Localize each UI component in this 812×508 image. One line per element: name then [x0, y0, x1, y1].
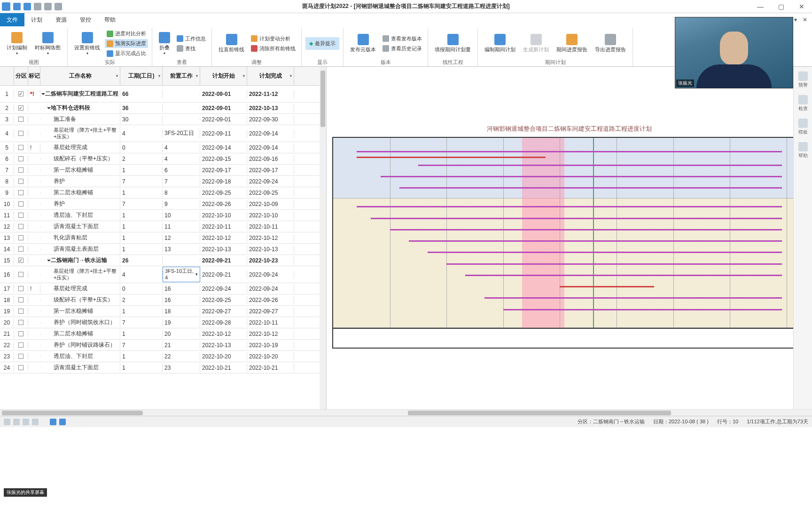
- cell-end[interactable]: 2022-10-11: [247, 318, 294, 327]
- cell-start[interactable]: 2022-09-01: [200, 104, 247, 112]
- cell-zone[interactable]: [14, 155, 28, 162]
- cell-duration[interactable]: 0: [120, 143, 163, 152]
- cell-name[interactable]: 第二层水稳摊铺: [40, 188, 120, 198]
- cell-end[interactable]: 2022-10-10: [247, 211, 294, 220]
- table-row[interactable]: 3施工准备302022-09-012022-09-30: [0, 114, 326, 125]
- table-row[interactable]: 1*!二炼钢车间建安工程道路工程662022-09-012022-11-12: [0, 86, 326, 103]
- maximize-button[interactable]: ▢: [771, 0, 791, 13]
- video-call-overlay[interactable]: 张振光: [675, 17, 793, 88]
- cell-duration[interactable]: 1: [120, 211, 163, 220]
- cell-start[interactable]: 2022-10-10: [200, 211, 247, 220]
- cell-zone[interactable]: [14, 104, 28, 111]
- cell-name[interactable]: 基层处理完成: [40, 284, 120, 294]
- cell-start[interactable]: 2022-09-14: [200, 143, 247, 152]
- cell-end[interactable]: 2022-10-21: [247, 364, 294, 372]
- cell-predecessor[interactable]: 20: [163, 330, 200, 338]
- cell-duration[interactable]: 1: [120, 234, 163, 242]
- sb-icon-4[interactable]: [32, 419, 39, 425]
- redo-icon[interactable]: [44, 3, 52, 10]
- cell-duration[interactable]: 66: [120, 90, 163, 98]
- cell-start[interactable]: 2022-09-15: [200, 155, 247, 163]
- work-info-button[interactable]: 工作信息: [175, 34, 208, 43]
- cell-zone[interactable]: [14, 189, 28, 196]
- cell-start[interactable]: 2022-09-21: [200, 256, 247, 265]
- table-row[interactable]: 21第二层水稳摊铺1202022-10-122022-10-12: [0, 328, 326, 340]
- cell-end[interactable]: 2022-10-11: [247, 222, 294, 231]
- cell-duration[interactable]: 1: [120, 364, 163, 372]
- cell-start[interactable]: 2022-10-13: [200, 341, 247, 349]
- cell-end[interactable]: 2022-09-17: [247, 166, 294, 175]
- table-row[interactable]: 14沥青混凝土表面层1132022-10-132022-10-13: [0, 244, 326, 255]
- cell-end[interactable]: 2022-10-09: [247, 200, 294, 208]
- cell-duration[interactable]: 0: [120, 285, 163, 293]
- minimize-button[interactable]: —: [750, 0, 771, 13]
- table-row[interactable]: 9第二层水稳摊铺182022-09-252022-09-25: [0, 187, 326, 198]
- cell-end[interactable]: 2022-10-20: [247, 352, 294, 361]
- cell-predecessor[interactable]: 7: [163, 177, 200, 186]
- cell-duration[interactable]: 7: [120, 200, 163, 208]
- cell-predecessor[interactable]: 23: [163, 364, 200, 372]
- table-row[interactable]: 12沥青混凝土下面层1112022-10-112022-10-11: [0, 221, 326, 232]
- search-button[interactable]: 查找: [175, 44, 208, 53]
- table-row[interactable]: 11透层油、下封层1102022-10-102022-10-10: [0, 210, 326, 221]
- cell-predecessor[interactable]: 18: [163, 307, 200, 316]
- collapse-button[interactable]: 折叠▾: [156, 30, 173, 57]
- view-history-button[interactable]: 查看历史记录: [381, 44, 424, 53]
- gantt-chart[interactable]: [332, 137, 806, 329]
- menu-resource[interactable]: 资源: [49, 13, 73, 26]
- table-row[interactable]: 6级配碎石（平整+压实）242022-09-152022-09-16: [0, 153, 326, 165]
- table-row[interactable]: 16基层处理（降方+排土+平整+压实）43FS-10工日, 4▾2022-09-…: [0, 266, 326, 283]
- cell-start[interactable]: 2022-09-25: [200, 189, 247, 197]
- cell-zone[interactable]: [14, 90, 28, 97]
- table-row[interactable]: 20养护（同时砌筑收水口）7192022-09-282022-10-11: [0, 317, 326, 328]
- cell-end[interactable]: 2022-09-24: [247, 270, 294, 279]
- cell-end[interactable]: 2022-11-12: [247, 90, 294, 98]
- network-diagram-button[interactable]: 时标网络图▾: [32, 30, 63, 57]
- cell-end[interactable]: 2022-10-13: [247, 245, 294, 254]
- cell-predecessor[interactable]: 21: [163, 341, 200, 349]
- cell-zone[interactable]: [14, 308, 28, 315]
- cell-start[interactable]: 2022-10-11: [200, 222, 247, 231]
- cell-duration[interactable]: 7: [120, 177, 163, 186]
- fill-qty-button[interactable]: 填报期间计划量: [432, 32, 474, 55]
- cell-end[interactable]: 2022-09-25: [247, 189, 294, 197]
- variance-button[interactable]: 计划变动分析: [249, 34, 297, 43]
- cell-zone[interactable]: [14, 330, 28, 337]
- cell-duration[interactable]: 4: [120, 270, 163, 279]
- table-row[interactable]: 4基层处理（降方+排土+平整+压实）43FS-20工日2022-09-11202…: [0, 125, 326, 142]
- menu-plan[interactable]: 计划: [24, 13, 49, 26]
- cell-name[interactable]: 基层处理（降方+排土+平整+压实）: [40, 267, 120, 281]
- rail-check[interactable]: 检查: [798, 95, 808, 112]
- cell-end[interactable]: 2022-09-27: [247, 307, 294, 316]
- cell-duration[interactable]: 1: [120, 330, 163, 338]
- cell-predecessor[interactable]: 10: [163, 211, 200, 220]
- cell-name[interactable]: 级配碎石（平整+压实）: [40, 154, 120, 164]
- cell-zone[interactable]: [14, 130, 28, 137]
- cell-predecessor[interactable]: 12: [163, 234, 200, 242]
- rail-warning[interactable]: 预警: [798, 71, 808, 88]
- view-published-button[interactable]: 查看发布版本: [381, 34, 424, 43]
- sb-view-2[interactable]: [59, 419, 66, 425]
- mdi-minimize-icon[interactable]: ▾: [792, 16, 799, 23]
- cell-start[interactable]: 2022-10-13: [200, 245, 247, 254]
- cell-end[interactable]: 2022-10-13: [247, 104, 294, 112]
- cell-zone[interactable]: [14, 167, 28, 174]
- cell-zone[interactable]: [14, 257, 28, 264]
- sb-icon-3[interactable]: [23, 419, 29, 425]
- clear-front-button[interactable]: 清除所有前锋线: [249, 44, 297, 53]
- cell-name[interactable]: 沥青混凝土表面层: [40, 244, 120, 254]
- menu-help[interactable]: 帮助: [98, 13, 122, 26]
- col-mark[interactable]: 标记: [28, 67, 40, 85]
- mdi-close-icon[interactable]: ✕: [801, 16, 809, 23]
- cell-start[interactable]: 2022-09-01: [200, 90, 247, 98]
- straighten-button[interactable]: 拉直前锋线: [216, 32, 247, 55]
- menu-file[interactable]: 文件: [0, 13, 24, 26]
- col-end[interactable]: 计划完成▾: [247, 67, 294, 85]
- col-start[interactable]: 计划开始▾: [200, 67, 247, 85]
- col-zone[interactable]: 分区▾: [14, 67, 28, 85]
- close-button[interactable]: ✕: [791, 0, 812, 13]
- cell-zone[interactable]: [14, 223, 28, 230]
- cell-duration[interactable]: 1: [120, 222, 163, 231]
- cell-zone[interactable]: [14, 234, 28, 241]
- cell-end[interactable]: 2022-09-24: [247, 177, 294, 186]
